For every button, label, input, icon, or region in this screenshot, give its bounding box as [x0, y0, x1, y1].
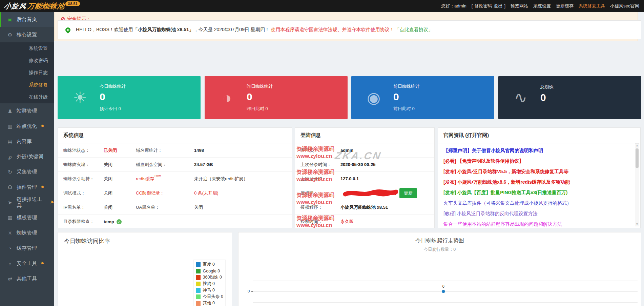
- news-link[interactable]: 【郑重声明】关于假冒小旋风官网的说明和声明: [438, 145, 640, 156]
- login-label: 授权程序：: [295, 204, 340, 210]
- news-link[interactable]: [发布] 小旋风•泛目录站群V5.5，新增安全和系统修复工具等: [438, 166, 640, 177]
- legend-swatch: [196, 282, 201, 286]
- change-password-link[interactable]: 修改密码: [474, 3, 492, 9]
- globe-icon: ◉: [363, 88, 385, 107]
- legend-entry[interactable]: 360蜘蛛 0: [196, 274, 223, 281]
- bar-chart-icon: ▥: [7, 123, 13, 129]
- info-label: 域名库统计：: [136, 148, 162, 153]
- sidebar-item-operation-log[interactable]: 操作日志: [0, 67, 54, 79]
- stat-value: 0: [100, 91, 126, 103]
- sidebar-item-system-settings[interactable]: 系统设置: [0, 42, 54, 55]
- logout-link[interactable]: 退出: [494, 3, 502, 9]
- news-link[interactable]: [发布] 小旋风•万能蜘蛛池x8.6，新增redis缓存以及多项功能: [438, 177, 640, 187]
- pie-chart-title: 今日蜘蛛访问比率: [58, 232, 232, 250]
- system-info-row: IP黑名单： 关闭 UA黑名单： 关闭: [58, 200, 292, 215]
- stat-value: 0: [393, 91, 420, 103]
- sidebar-item-change-password[interactable]: 修改密码: [0, 55, 54, 67]
- system-info-row: 蜘蛛防火墙： 关闭 磁盘剩余空间： 24.57 GB: [58, 158, 292, 172]
- info-value: temp: [104, 219, 114, 224]
- sidebar-item-site-optimize[interactable]: ▥ 站点优化 ⚑: [0, 119, 54, 134]
- refresh-icon: ↻: [7, 169, 13, 175]
- sidebar-item-label: 操作日志: [29, 70, 48, 76]
- info-label: IP黑名单：: [58, 204, 104, 210]
- sidebar-item-spiders[interactable]: ✳ 蜘蛛管理: [0, 225, 54, 241]
- new-badge: new: [154, 174, 161, 178]
- sidebar-item-links-keywords[interactable]: ℘ 外链/关键词: [0, 149, 54, 164]
- sidebar-item-other-tools[interactable]: ⇄ 其他工具: [0, 271, 54, 286]
- top-nav-link[interactable]: 更新缓存: [556, 3, 574, 9]
- scroll-up-arrow[interactable]: ▲: [635, 144, 639, 147]
- stat-card-today: ☀ 今日蜘蛛统计 0 预计今日 0: [58, 76, 201, 119]
- login-info-row: 上次登录时间： 2020-05-30 00:25: [295, 158, 434, 172]
- top-nav-link[interactable]: 小旋风seo官网: [610, 3, 639, 9]
- sidebar-item-system-repair[interactable]: 系统修复: [0, 79, 54, 91]
- sidebar-item-security-tools[interactable]: ☼ 安全工具 ⚑: [0, 256, 54, 271]
- legend-label: 神马 0: [203, 287, 215, 293]
- sidebar-item-collect[interactable]: ↻ 采集管理: [0, 164, 54, 180]
- info-label: CC防御记录：: [136, 190, 164, 196]
- sidebar-item-templates[interactable]: ▦ 模板管理: [0, 210, 54, 225]
- login-value: 永久版: [340, 219, 354, 225]
- news-link[interactable]: [发布] 小旋风【百度】批量PING推送工具v3(日推送量百万): [438, 187, 640, 198]
- stat-subtitle: 预计今日 0: [100, 106, 126, 112]
- news-link[interactable]: [必看] 【免责声明以及软件使用协议】: [438, 156, 640, 166]
- news-link[interactable]: 火车头文章库插件（可将采集文章处理成小旋风支持的格式）: [438, 198, 640, 208]
- sidebar-item-core-settings[interactable]: ⚙ 核心设置: [0, 27, 54, 42]
- legend-entry[interactable]: 其他 0: [196, 300, 223, 306]
- agreement-link[interactable]: 「点此查看协议」: [395, 27, 433, 33]
- sidebar-item-online-upgrade[interactable]: 在线升级: [0, 91, 54, 103]
- trend-icon: ∿: [510, 88, 532, 107]
- sidebar-item-site-group[interactable]: ♟ 站群管理: [0, 103, 54, 119]
- top-nav-link[interactable]: 预览网站: [511, 3, 528, 9]
- sidebar-item-content-library[interactable]: ▤ 内容库: [0, 134, 54, 149]
- sidebar-item-label: 站群管理: [17, 108, 37, 114]
- scrollbar-thumb[interactable]: [636, 148, 639, 168]
- legend-entry[interactable]: 搜狗 0: [196, 281, 223, 287]
- news-scrollbar[interactable]: ▲ ▼: [635, 143, 639, 226]
- sun-icon: ☀: [69, 88, 91, 107]
- legend-entry[interactable]: 百度 0: [196, 261, 223, 268]
- info-value: 关闭: [194, 204, 292, 210]
- scroll-down-arrow[interactable]: ▼: [635, 223, 639, 226]
- info-label: 蜘蛛防火墙：: [58, 162, 104, 168]
- login-info-title: 登陆信息: [295, 128, 434, 143]
- news-link[interactable]: [教程] 小旋风泛目录站群的反向代理设置方法: [438, 208, 640, 219]
- product-name: 「小旋风万能蜘蛛池 x8.51」: [133, 27, 194, 33]
- update-auth-button[interactable]: 更新: [399, 188, 417, 198]
- monitor-icon: ▣: [7, 16, 13, 23]
- login-value: 2020-05-30 00:25: [340, 162, 375, 167]
- top-nav-link[interactable]: 系统设置: [533, 3, 551, 9]
- top-nav-link[interactable]: 系统修复工具: [579, 3, 605, 9]
- legend-label: 搜狗 0: [203, 281, 215, 287]
- stat-title: 今日蜘蛛统计: [100, 83, 126, 89]
- app-logo[interactable]: 小旋风 万能蜘蛛池 X8.51: [4, 1, 80, 11]
- legend-entry[interactable]: 神马 0: [196, 287, 223, 293]
- sidebar-item-link-push[interactable]: ➤ 链接推送工具 ⚑: [0, 195, 54, 210]
- open-official-site-link[interactable]: (打开官网): [465, 132, 489, 138]
- info-label: 调试模式：: [58, 190, 104, 196]
- legend-entry[interactable]: 今日头条 0: [196, 293, 223, 300]
- line-chart-plot-area: 0 0: [253, 259, 638, 306]
- sidebar-item-home[interactable]: ▣ 后台首页: [0, 12, 54, 27]
- sidebar-item-plugins[interactable]: ☊ 插件管理 ⚑: [0, 180, 54, 195]
- info-value: 0 条(未开启): [194, 190, 292, 196]
- legal-warning: 使用本程序请遵守国家法律法规、并遵守本软件使用协议！: [271, 27, 394, 33]
- system-info-panel: 系统信息 蜘蛛池状态： 已关闭 域名库统计： 1498 蜘蛛防火墙： 关闭: [58, 127, 292, 228]
- info-value: 关闭: [104, 162, 112, 168]
- sidebar-item-cache[interactable]: ◔ 缓存管理: [0, 241, 54, 256]
- info-label: UA黑名单：: [136, 205, 160, 210]
- sidebar-item-label: 模板管理: [17, 215, 37, 221]
- news-link[interactable]: 集合一些使用本站的站群程序容易出现的问题和解决方法: [438, 219, 640, 228]
- system-info-row: 调试模式： 关闭 CC防御记录： 0 条(未开启): [58, 186, 292, 200]
- stat-title: 前日蜘蛛统计: [393, 83, 420, 89]
- bracket: [: [472, 3, 473, 8]
- legend-swatch: [196, 275, 201, 280]
- logo-text-main: 小旋风: [3, 1, 27, 11]
- login-label: 上次登录时间：: [295, 162, 340, 168]
- login-info-row: 授权程序： 小旋风万能蜘蛛池 x8.51: [295, 200, 434, 215]
- contrast-icon: ◑: [216, 88, 238, 107]
- legend-entry[interactable]: Google 0: [196, 268, 223, 274]
- legend-label: 百度 0: [203, 262, 215, 267]
- info-value: 未开启（未安装redis扩展）: [194, 176, 292, 182]
- data-point[interactable]: [442, 290, 445, 293]
